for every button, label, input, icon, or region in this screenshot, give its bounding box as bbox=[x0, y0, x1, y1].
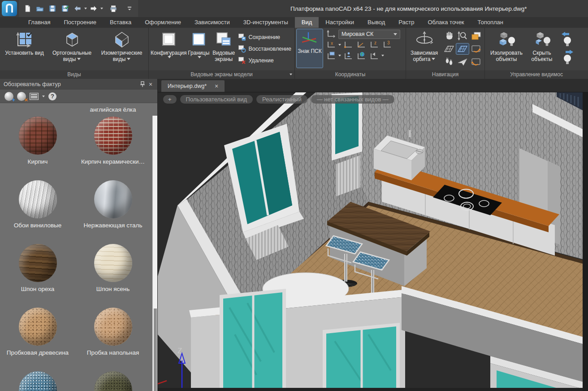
redo-icon[interactable] bbox=[88, 3, 99, 14]
ucs-z-axis-icon[interactable]: z bbox=[368, 40, 380, 50]
view-mode-dropdown-icon[interactable] bbox=[42, 96, 45, 97]
ribbon: Установить вид Ортогональные виды Изомет… bbox=[0, 28, 588, 79]
ribbon-tab-rastr[interactable]: Растр bbox=[392, 17, 421, 28]
set-view-button[interactable]: Установить вид bbox=[2, 29, 47, 70]
close-panel-icon[interactable]: × bbox=[147, 80, 155, 88]
ribbon-tab-topoplan[interactable]: Топоплан bbox=[471, 17, 510, 28]
list-item[interactable] bbox=[77, 371, 149, 391]
undo-icon[interactable] bbox=[72, 3, 83, 14]
viewport-borders-button[interactable]: Границы bbox=[187, 29, 211, 70]
list-item-ceramic-brick[interactable]: Кирпич керамически… bbox=[77, 117, 149, 180]
ribbon-tab-vstavka[interactable]: Вставка bbox=[103, 17, 138, 28]
help-icon[interactable]: ? bbox=[48, 92, 56, 100]
show-view-icon[interactable] bbox=[470, 43, 482, 54]
ucs-previous-dropdown-icon[interactable] bbox=[381, 55, 384, 56]
ucs-view-icon[interactable] bbox=[325, 51, 337, 61]
model-viewport[interactable]: + Пользовательский вид Реалистичный — не… bbox=[158, 92, 588, 391]
dependent-orbit-button[interactable]: Зависимая орбита bbox=[408, 29, 441, 70]
ucs-3point-icon[interactable]: 3 bbox=[381, 40, 393, 50]
list-item-vinyl-wallpaper[interactable]: Обои виниловые bbox=[2, 180, 74, 244]
document-tab[interactable]: Интерьер.dwg* × bbox=[161, 80, 225, 92]
viewport-config-icon bbox=[159, 30, 178, 48]
delete-material-icon[interactable]: × bbox=[17, 92, 26, 101]
ribbon-tab-postroenie[interactable]: Построение bbox=[57, 17, 103, 28]
viewport-view-control[interactable]: Пользовательский вид bbox=[180, 95, 253, 104]
list-item-stainless-steel[interactable]: Нержавеющая сталь bbox=[77, 180, 149, 244]
scrollbar-thumb[interactable] bbox=[154, 308, 157, 391]
viewport-visual-style-control[interactable]: Реалистичный bbox=[256, 95, 307, 104]
list-item-brick[interactable]: Кирпич bbox=[2, 117, 74, 180]
list-item-walnut-veneer[interactable]: Шпон ореха bbox=[2, 244, 74, 308]
add-material-icon[interactable]: + bbox=[4, 92, 13, 101]
list-item[interactable] bbox=[2, 371, 74, 391]
ucs-object-align-icon[interactable] bbox=[342, 51, 354, 61]
undo-dropdown-icon[interactable] bbox=[84, 8, 87, 9]
fly-icon[interactable] bbox=[456, 56, 469, 67]
panel-navigation: Зависимая орбита Навигация bbox=[406, 28, 485, 79]
ucs-origin-icon[interactable] bbox=[342, 40, 354, 50]
hide-objects-button[interactable]: Скрыть объекты bbox=[526, 29, 558, 70]
restore-next-visibility-icon[interactable] bbox=[559, 49, 575, 66]
save-as-icon[interactable] bbox=[59, 3, 71, 14]
viewport-add-control[interactable]: + bbox=[163, 95, 177, 104]
ucs-object-icon[interactable]: x bbox=[325, 40, 337, 50]
viewport-delete-button[interactable]: Удаление bbox=[237, 56, 293, 65]
restore-previous-visibility-icon[interactable] bbox=[559, 31, 575, 48]
viewport-right-edge bbox=[583, 92, 588, 391]
materials-scrollbar[interactable] bbox=[152, 116, 157, 391]
drawing-area: Интерьер.dwg* × + Пользовательский вид Р… bbox=[158, 79, 588, 391]
print-icon[interactable] bbox=[108, 3, 119, 14]
qat-more-icon[interactable] bbox=[124, 3, 135, 14]
ribbon-tab-oformlenie[interactable]: Оформление bbox=[138, 17, 188, 28]
ucs-object-dropdown-icon[interactable] bbox=[338, 44, 341, 46]
isolate-objects-icon bbox=[497, 30, 516, 48]
close-document-icon[interactable]: × bbox=[213, 83, 220, 90]
viewport-save-button[interactable]: Сохранение bbox=[237, 33, 293, 42]
ucs-world-icon[interactable] bbox=[355, 51, 367, 61]
material-sphere bbox=[19, 180, 57, 218]
ribbon-tab-zavisimosti[interactable]: Зависимости bbox=[188, 17, 237, 28]
ucs-view-dropdown-icon[interactable] bbox=[338, 55, 341, 56]
nanocad-logo-icon[interactable] bbox=[2, 1, 17, 16]
viewport-borders-label: Границы bbox=[188, 50, 209, 56]
open-file-icon[interactable] bbox=[34, 3, 46, 14]
ribbon-tab-glavnaya[interactable]: Главная bbox=[22, 17, 57, 28]
panel-expand-icon[interactable] bbox=[290, 74, 292, 75]
list-item-english-herringbone[interactable]: английская ёлка bbox=[77, 105, 149, 117]
ortho-cube-icon bbox=[63, 30, 82, 48]
pin-icon[interactable] bbox=[138, 80, 147, 88]
pan-hand-icon[interactable] bbox=[443, 30, 455, 41]
ucs-axis-icon[interactable] bbox=[325, 29, 337, 39]
sheet-set-icon[interactable] bbox=[470, 30, 482, 41]
list-item[interactable] bbox=[2, 105, 74, 117]
ribbon-tab-oblaka-tochek[interactable]: Облака точек bbox=[421, 17, 471, 28]
new-file-icon[interactable] bbox=[22, 3, 33, 14]
show-motion-icon[interactable] bbox=[470, 56, 482, 67]
ucs-angle-icon[interactable] bbox=[355, 40, 367, 50]
list-item-cork-wood[interactable]: Пробковая древесина bbox=[2, 308, 74, 371]
viewport-restore-button[interactable]: Восстановление bbox=[237, 44, 293, 53]
iso-views-button[interactable]: Изометрические виды bbox=[97, 29, 147, 70]
ribbon-tab-3d-instrumenty[interactable]: 3D-инструменты bbox=[237, 17, 295, 28]
plan-view-icon[interactable] bbox=[443, 43, 455, 54]
ribbon-tab-vid[interactable]: Вид bbox=[295, 17, 319, 28]
viewports-button[interactable]: Видовые экраны bbox=[211, 29, 237, 70]
list-item-cork-floor[interactable]: Пробка напольная bbox=[77, 308, 149, 371]
view-mode-icon[interactable] bbox=[30, 93, 39, 100]
save-icon[interactable] bbox=[47, 3, 58, 14]
plan-view-current-icon[interactable] bbox=[456, 43, 469, 54]
isolate-objects-button[interactable]: Изолировать объекты bbox=[487, 29, 526, 70]
redo-dropdown-icon[interactable] bbox=[100, 8, 103, 9]
ribbon-tab-vyvod[interactable]: Вывод bbox=[361, 17, 392, 28]
ucs-sign-button[interactable]: Знак ПСК bbox=[297, 29, 323, 68]
zoom-icon[interactable] bbox=[456, 30, 469, 41]
list-item-ash-veneer[interactable]: Шпон ясень bbox=[77, 244, 149, 308]
walk-icon[interactable] bbox=[443, 56, 455, 67]
viewport-linked-views-control[interactable]: — нет связанных видов — bbox=[311, 95, 394, 104]
ribbon-tab-nastroyki[interactable]: Настройки bbox=[319, 17, 361, 28]
coordinate-system-select[interactable]: Мировая СК bbox=[338, 30, 400, 39]
ucs-previous-icon[interactable] bbox=[368, 51, 380, 61]
viewport-config-button[interactable]: Конфигурация bbox=[151, 29, 187, 70]
ortho-views-button[interactable]: Ортогональные виды bbox=[47, 29, 97, 70]
material-name: английская ёлка bbox=[90, 106, 136, 113]
